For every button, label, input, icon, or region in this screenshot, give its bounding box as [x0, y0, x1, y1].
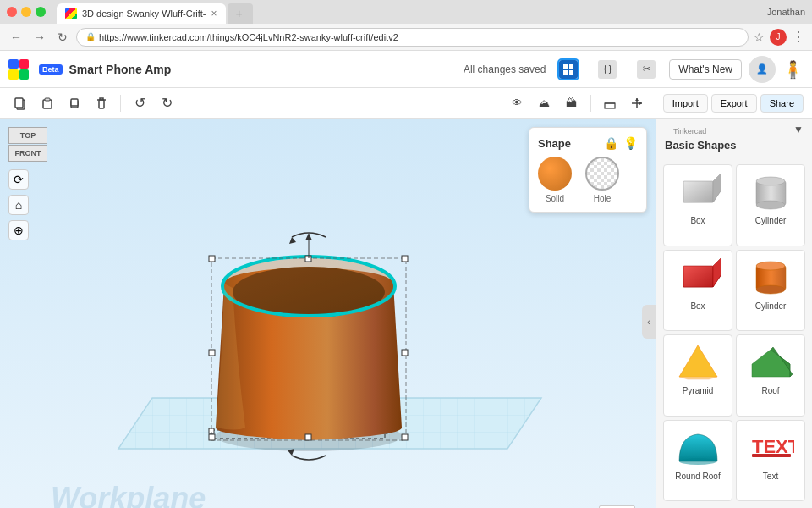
- tab-title: 3D design Swanky Wluff-Crift-: [82, 8, 206, 19]
- address-bar[interactable]: 🔒 https://www.tinkercad.com/things/kOC4j…: [76, 28, 749, 47]
- roof-label: Roof: [761, 386, 779, 395]
- duplicate-btn[interactable]: [63, 91, 86, 115]
- info-panel-icon[interactable]: 💡: [623, 136, 638, 150]
- box-gray-label: Box: [690, 216, 705, 225]
- axis-btn[interactable]: [625, 91, 649, 115]
- shape-cylinder-gray[interactable]: Cylinder: [736, 164, 805, 246]
- shape-box-red[interactable]: Box: [663, 250, 732, 332]
- close-btn[interactable]: [7, 7, 17, 17]
- svg-marker-48: [713, 257, 721, 287]
- solid-option[interactable]: Solid: [538, 157, 572, 203]
- redo-btn[interactable]: ↻: [155, 91, 178, 115]
- svg-point-26: [224, 258, 393, 314]
- cylinder-gray-icon: [745, 170, 796, 213]
- svg-rect-28: [209, 256, 215, 262]
- svg-point-56: [679, 458, 716, 465]
- reload-btn[interactable]: ↻: [54, 29, 71, 46]
- 3d-model-icon[interactable]: 🧍: [782, 59, 804, 80]
- round-roof-label: Round Roof: [675, 472, 720, 481]
- solid-label: Solid: [546, 194, 564, 203]
- cylinder-orange-label: Cylinder: [755, 301, 787, 311]
- hole-shape: [585, 157, 619, 190]
- view-person-btn[interactable]: 👁: [506, 91, 529, 115]
- undo-btn[interactable]: ↺: [128, 91, 151, 115]
- shape-panel: Shape 🔒 💡 Solid Hole: [529, 127, 647, 213]
- svg-marker-15: [635, 98, 639, 101]
- rotate-icon[interactable]: ⟳: [8, 169, 29, 190]
- logo-i: [19, 59, 30, 69]
- right-panel: Tinkercad ▼ Basic Shapes Box: [656, 119, 812, 508]
- profile-btn[interactable]: 👤: [749, 56, 776, 83]
- svg-rect-38: [402, 350, 408, 356]
- share-btn[interactable]: Share: [760, 94, 804, 113]
- minimize-btn[interactable]: [21, 7, 31, 17]
- svg-rect-29: [402, 256, 408, 262]
- svg-rect-58: [752, 454, 791, 457]
- whats-new-btn[interactable]: What's New: [669, 59, 742, 80]
- svg-rect-11: [605, 103, 615, 108]
- viewport[interactable]: TOP FRONT ⟳ ⌂ ⊕: [0, 119, 656, 508]
- roof-green-icon: [745, 340, 796, 383]
- import-btn[interactable]: Import: [663, 94, 708, 113]
- shape-pyramid-yellow[interactable]: Pyramid: [663, 334, 732, 417]
- shape-roof-green[interactable]: Roof: [736, 334, 805, 417]
- panel-title: Basic Shapes: [665, 139, 737, 152]
- round-roof-teal-icon: [672, 426, 723, 468]
- new-tab[interactable]: +: [228, 3, 253, 24]
- collapse-panel-btn[interactable]: ‹: [642, 305, 656, 339]
- box-gray-icon: [672, 170, 723, 213]
- box-red-label: Box: [690, 301, 705, 311]
- viewport-scene: [68, 212, 558, 500]
- left-icons: ⟳ ⌂ ⊕: [8, 169, 29, 240]
- shape-round-roof-teal[interactable]: Round Roof: [663, 420, 732, 502]
- shape-text-red[interactable]: TEXT Text: [736, 420, 805, 502]
- forward-btn[interactable]: →: [30, 29, 49, 46]
- panel-arrow[interactable]: ▼: [793, 124, 804, 135]
- export-btn[interactable]: Export: [711, 94, 757, 113]
- hole-option[interactable]: Hole: [585, 157, 619, 203]
- svg-rect-10: [99, 100, 104, 108]
- active-tab[interactable]: 3D design Swanky Wluff-Crift- ×: [57, 3, 226, 24]
- svg-marker-36: [289, 237, 296, 244]
- view-front[interactable]: FRONT: [8, 145, 47, 162]
- app-title: Smart Phone Amp: [69, 63, 172, 76]
- tab-close-btn[interactable]: ×: [211, 8, 217, 19]
- back-btn[interactable]: ←: [7, 29, 25, 46]
- svg-rect-7: [45, 98, 50, 101]
- copy-btn[interactable]: [8, 91, 32, 115]
- lock-panel-icon[interactable]: 🔒: [604, 136, 618, 150]
- profile-icon[interactable]: J: [770, 29, 787, 46]
- terrain2-btn[interactable]: 🏔: [560, 91, 584, 115]
- cut-btn[interactable]: ✂: [630, 57, 662, 82]
- beta-badge: Beta: [39, 64, 63, 75]
- shape-box-gray[interactable]: Box: [663, 164, 732, 246]
- svg-rect-5: [15, 98, 23, 108]
- tools-bar: ↺ ↻ 👁 ⛰ 🏔 Import Export Share: [0, 88, 812, 119]
- scissors-icon: ✂: [637, 60, 656, 79]
- solid-shape: [538, 157, 572, 190]
- code-view-btn[interactable]: { }: [591, 57, 623, 82]
- svg-rect-31: [402, 434, 408, 440]
- shape-cylinder-orange[interactable]: Cylinder: [736, 250, 805, 332]
- code-icon: { }: [598, 60, 617, 79]
- nav-bar: ← → ↻ 🔒 https://www.tinkercad.com/things…: [0, 24, 812, 51]
- shape-panel-title: Shape: [538, 137, 571, 150]
- svg-rect-33: [305, 434, 311, 440]
- pyramid-label: Pyramid: [683, 386, 714, 395]
- menu-icon[interactable]: ⋮: [792, 29, 805, 45]
- svg-rect-9: [71, 99, 78, 106]
- grid-view-btn[interactable]: [552, 57, 584, 82]
- home-icon[interactable]: ⌂: [8, 195, 29, 215]
- paste-btn[interactable]: [36, 91, 59, 115]
- bookmark-icon[interactable]: ☆: [754, 30, 765, 44]
- user-name-display: Jonathan: [767, 7, 805, 17]
- terrain-btn[interactable]: ⛰: [533, 91, 557, 115]
- svg-point-44: [756, 177, 785, 185]
- delete-btn[interactable]: [90, 91, 113, 115]
- tinkercad-logo: [8, 59, 29, 80]
- maximize-btn[interactable]: [36, 7, 46, 17]
- grid-toggle-btn[interactable]: [598, 91, 622, 115]
- hole-label: Hole: [594, 194, 612, 203]
- target-icon[interactable]: ⊕: [8, 220, 29, 240]
- view-top[interactable]: TOP: [8, 127, 47, 144]
